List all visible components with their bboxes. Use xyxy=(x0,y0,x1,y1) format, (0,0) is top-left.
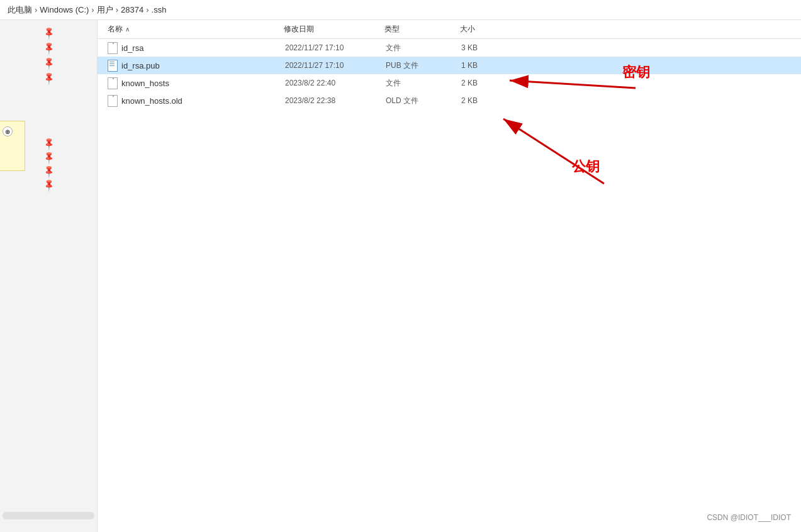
pin-icon-8[interactable]: 📌 xyxy=(40,176,57,194)
file-date: 2023/8/2 22:40 xyxy=(285,79,386,87)
sidebar: 📌 📌 📌 📌 ⊕ 📌 📌 📌 📌 xyxy=(0,20,98,532)
sort-arrow-icon: ∧ xyxy=(125,26,130,33)
breadcrumb-part-3[interactable]: 用户 xyxy=(97,4,113,16)
breadcrumb-sep-4: › xyxy=(146,5,148,14)
pin-icon-4[interactable]: 📌 xyxy=(40,69,57,87)
breadcrumb-part-5[interactable]: .ssh xyxy=(152,5,167,14)
file-name: known_hosts.old xyxy=(121,96,285,106)
file-type: 文件 xyxy=(386,43,461,53)
address-bar: 此电脑 › Windows (C:) › 用户 › 28374 › .ssh xyxy=(0,0,801,20)
file-name: id_rsa.pub xyxy=(121,61,285,70)
table-row[interactable]: id_rsa 2022/11/27 17:10 文件 3 KB xyxy=(98,39,801,57)
file-type: OLD 文件 xyxy=(386,96,461,106)
breadcrumb-part-4[interactable]: 28374 xyxy=(121,5,143,14)
col-header-name[interactable]: 名称 ∧ xyxy=(108,24,284,35)
breadcrumb-sep-1: › xyxy=(35,5,37,14)
file-date: 2022/11/27 17:10 xyxy=(285,61,386,70)
sticky-note-circle: ⊕ xyxy=(3,126,13,136)
file-name: id_rsa xyxy=(121,43,285,53)
breadcrumb-part-1[interactable]: 此电脑 xyxy=(8,4,32,16)
col-header-type[interactable]: 类型 xyxy=(384,24,460,35)
file-size: 2 KB xyxy=(461,79,512,87)
file-date: 2022/11/27 17:10 xyxy=(285,43,386,52)
file-icon xyxy=(108,77,118,89)
watermark: CSDN @IDIOT___IDIOT xyxy=(707,513,791,522)
file-size: 3 KB xyxy=(461,43,512,52)
sidebar-scrollbar[interactable] xyxy=(3,512,94,519)
column-headers: 名称 ∧ 修改日期 类型 大小 xyxy=(98,20,801,39)
file-date: 2023/8/2 22:38 xyxy=(285,96,386,105)
file-list: id_rsa 2022/11/27 17:10 文件 3 KB id_rsa.p… xyxy=(98,39,801,532)
breadcrumb-sep-2: › xyxy=(91,5,94,14)
breadcrumb-sep-3: › xyxy=(116,5,118,14)
file-size: 1 KB xyxy=(461,61,512,70)
file-type: PUB 文件 xyxy=(386,60,461,71)
file-icon xyxy=(108,95,118,106)
file-area: 名称 ∧ 修改日期 类型 大小 id_rsa 2022/11/27 17:10 … xyxy=(98,20,801,532)
table-row[interactable]: known_hosts.old 2023/8/2 22:38 OLD 文件 2 … xyxy=(98,92,801,109)
col-header-date[interactable]: 修改日期 xyxy=(284,24,384,35)
file-icon xyxy=(108,42,118,53)
table-row[interactable]: known_hosts 2023/8/2 22:40 文件 2 KB xyxy=(98,74,801,92)
col-header-size[interactable]: 大小 xyxy=(460,24,510,35)
breadcrumb-part-2[interactable]: Windows (C:) xyxy=(40,5,89,14)
file-icon-pub xyxy=(108,60,118,71)
file-size: 2 KB xyxy=(461,96,512,105)
sidebar-sticky-note: ⊕ xyxy=(0,121,25,171)
file-name: known_hosts xyxy=(121,79,285,88)
table-row[interactable]: id_rsa.pub 2022/11/27 17:10 PUB 文件 1 KB xyxy=(98,57,801,74)
file-type: 文件 xyxy=(386,78,461,89)
